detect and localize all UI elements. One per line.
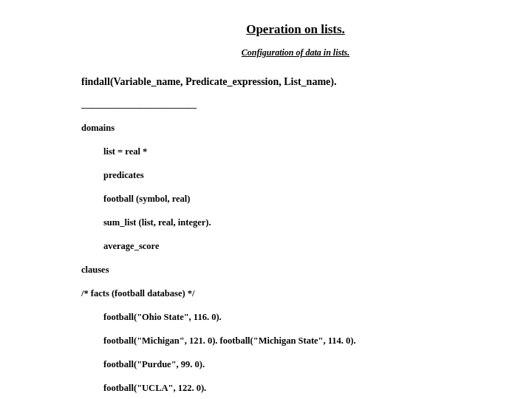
code-line: predicates	[81, 169, 458, 181]
code-line: domains	[81, 122, 458, 134]
code-line: clauses	[81, 264, 458, 276]
code-line: football("Ohio State", 116. 0).	[81, 311, 458, 323]
code-line: list = real *	[81, 146, 458, 157]
divider-line: ________________________	[81, 98, 458, 110]
code-line: average_score	[81, 240, 458, 252]
code-line: football("Michigan", 121. 0). football("…	[81, 335, 458, 347]
code-line: sum_list (list, real, integer).	[81, 216, 458, 228]
code-line: football (symbol, real)	[81, 193, 458, 205]
code-line: football("UCLA", 122. 0).	[81, 382, 458, 394]
code-line: /* facts (football database) */	[81, 287, 458, 299]
page-title: Operation on lists.	[133, 22, 458, 37]
predicate-signature: findall(Variable_name, Predicate_express…	[81, 76, 458, 88]
page-subtitle: Configuration of data in lists.	[133, 47, 458, 58]
code-line: football("Purdue", 99. 0).	[81, 358, 458, 370]
code-listing: domains list = real * predicates footbal…	[81, 110, 458, 399]
